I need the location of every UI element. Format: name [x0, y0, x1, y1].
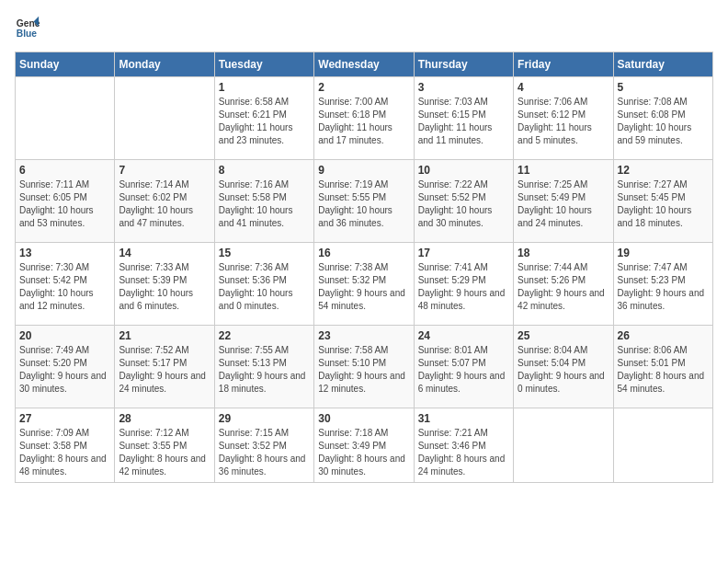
- calendar-cell: 28Sunrise: 7:12 AMSunset: 3:55 PMDayligh…: [115, 408, 214, 483]
- logo-icon: General Blue: [15, 15, 40, 40]
- day-info: Sunrise: 7:03 AMSunset: 6:15 PMDaylight:…: [418, 96, 509, 147]
- day-number: 2: [318, 81, 409, 94]
- day-info: Sunrise: 7:33 AMSunset: 5:39 PMDaylight:…: [119, 261, 210, 313]
- calendar-cell: 15Sunrise: 7:36 AMSunset: 5:36 PMDayligh…: [214, 243, 313, 326]
- calendar-week-5: 27Sunrise: 7:09 AMSunset: 3:58 PMDayligh…: [16, 408, 713, 483]
- day-info: Sunrise: 7:36 AMSunset: 5:36 PMDaylight:…: [219, 261, 310, 313]
- day-number: 25: [518, 329, 609, 342]
- day-number: 11: [518, 164, 609, 177]
- calendar-cell: 19Sunrise: 7:47 AMSunset: 5:23 PMDayligh…: [613, 243, 712, 326]
- day-number: 7: [119, 164, 210, 177]
- calendar-cell: 26Sunrise: 8:06 AMSunset: 5:01 PMDayligh…: [613, 326, 712, 408]
- day-info: Sunrise: 8:04 AMSunset: 5:04 PMDaylight:…: [518, 344, 609, 396]
- svg-text:Blue: Blue: [17, 29, 38, 39]
- column-header-sunday: Sunday: [16, 52, 115, 77]
- calendar-cell: 6Sunrise: 7:11 AMSunset: 6:05 PMDaylight…: [16, 160, 115, 243]
- calendar-week-3: 13Sunrise: 7:30 AMSunset: 5:42 PMDayligh…: [16, 243, 713, 326]
- calendar-cell: [115, 77, 214, 160]
- calendar-cell: [514, 408, 613, 483]
- calendar-cell: 31Sunrise: 7:21 AMSunset: 3:46 PMDayligh…: [414, 408, 513, 483]
- page-header: General Blue: [15, 15, 713, 40]
- calendar-cell: 10Sunrise: 7:22 AMSunset: 5:52 PMDayligh…: [414, 160, 513, 243]
- day-number: 20: [19, 329, 110, 342]
- calendar-cell: 2Sunrise: 7:00 AMSunset: 6:18 PMDaylight…: [314, 77, 414, 160]
- day-number: 13: [19, 247, 110, 259]
- day-number: 30: [318, 412, 409, 425]
- day-number: 3: [418, 81, 509, 94]
- day-info: Sunrise: 7:18 AMSunset: 3:49 PMDaylight:…: [318, 427, 409, 478]
- day-number: 16: [318, 247, 409, 259]
- calendar-cell: 9Sunrise: 7:19 AMSunset: 5:55 PMDaylight…: [314, 160, 414, 243]
- calendar-cell: 8Sunrise: 7:16 AMSunset: 5:58 PMDaylight…: [214, 160, 313, 243]
- column-header-saturday: Saturday: [613, 52, 712, 77]
- calendar-cell: 3Sunrise: 7:03 AMSunset: 6:15 PMDaylight…: [414, 77, 513, 160]
- day-info: Sunrise: 7:25 AMSunset: 5:49 PMDaylight:…: [518, 178, 609, 230]
- day-number: 17: [418, 247, 509, 259]
- calendar-week-1: 1Sunrise: 6:58 AMSunset: 6:21 PMDaylight…: [16, 77, 713, 160]
- calendar-cell: 24Sunrise: 8:01 AMSunset: 5:07 PMDayligh…: [414, 326, 513, 408]
- day-number: 12: [618, 164, 709, 177]
- calendar-cell: [613, 408, 712, 483]
- day-number: 22: [219, 329, 310, 342]
- day-info: Sunrise: 7:55 AMSunset: 5:13 PMDaylight:…: [219, 344, 310, 396]
- column-header-monday: Monday: [115, 52, 214, 77]
- day-info: Sunrise: 7:58 AMSunset: 5:10 PMDaylight:…: [318, 344, 409, 396]
- calendar-cell: 18Sunrise: 7:44 AMSunset: 5:26 PMDayligh…: [514, 243, 613, 326]
- day-number: 23: [318, 329, 409, 342]
- day-info: Sunrise: 7:21 AMSunset: 3:46 PMDaylight:…: [418, 427, 509, 478]
- day-info: Sunrise: 7:52 AMSunset: 5:17 PMDaylight:…: [119, 344, 210, 396]
- calendar-cell: 7Sunrise: 7:14 AMSunset: 6:02 PMDaylight…: [115, 160, 214, 243]
- calendar-cell: 20Sunrise: 7:49 AMSunset: 5:20 PMDayligh…: [16, 326, 115, 408]
- calendar-cell: 29Sunrise: 7:15 AMSunset: 3:52 PMDayligh…: [214, 408, 313, 483]
- day-number: 28: [119, 412, 210, 425]
- calendar-cell: 4Sunrise: 7:06 AMSunset: 6:12 PMDaylight…: [514, 77, 613, 160]
- day-info: Sunrise: 7:27 AMSunset: 5:45 PMDaylight:…: [618, 178, 709, 230]
- calendar-cell: 13Sunrise: 7:30 AMSunset: 5:42 PMDayligh…: [16, 243, 115, 326]
- day-number: 29: [219, 412, 310, 425]
- calendar-cell: 1Sunrise: 6:58 AMSunset: 6:21 PMDaylight…: [214, 77, 313, 160]
- calendar-cell: 21Sunrise: 7:52 AMSunset: 5:17 PMDayligh…: [115, 326, 214, 408]
- day-number: 19: [618, 247, 709, 259]
- calendar-header-row: SundayMondayTuesdayWednesdayThursdayFrid…: [16, 52, 713, 77]
- calendar-cell: 23Sunrise: 7:58 AMSunset: 5:10 PMDayligh…: [314, 326, 414, 408]
- day-info: Sunrise: 7:08 AMSunset: 6:08 PMDaylight:…: [618, 96, 709, 147]
- day-number: 21: [119, 329, 210, 342]
- calendar-cell: 30Sunrise: 7:18 AMSunset: 3:49 PMDayligh…: [314, 408, 414, 483]
- calendar-cell: 22Sunrise: 7:55 AMSunset: 5:13 PMDayligh…: [214, 326, 313, 408]
- day-number: 27: [19, 412, 110, 425]
- day-info: Sunrise: 7:19 AMSunset: 5:55 PMDaylight:…: [318, 178, 409, 230]
- day-number: 31: [418, 412, 509, 425]
- day-info: Sunrise: 8:01 AMSunset: 5:07 PMDaylight:…: [418, 344, 509, 396]
- column-header-wednesday: Wednesday: [314, 52, 414, 77]
- day-info: Sunrise: 6:58 AMSunset: 6:21 PMDaylight:…: [219, 96, 310, 147]
- day-number: 15: [219, 247, 310, 259]
- day-info: Sunrise: 7:16 AMSunset: 5:58 PMDaylight:…: [219, 178, 310, 230]
- day-info: Sunrise: 7:06 AMSunset: 6:12 PMDaylight:…: [518, 96, 609, 147]
- day-info: Sunrise: 7:44 AMSunset: 5:26 PMDaylight:…: [518, 261, 609, 313]
- column-header-thursday: Thursday: [414, 52, 513, 77]
- calendar-cell: 17Sunrise: 7:41 AMSunset: 5:29 PMDayligh…: [414, 243, 513, 326]
- day-number: 14: [119, 247, 210, 259]
- column-header-friday: Friday: [514, 52, 613, 77]
- calendar-cell: 16Sunrise: 7:38 AMSunset: 5:32 PMDayligh…: [314, 243, 414, 326]
- calendar-week-2: 6Sunrise: 7:11 AMSunset: 6:05 PMDaylight…: [16, 160, 713, 243]
- day-info: Sunrise: 7:12 AMSunset: 3:55 PMDaylight:…: [119, 427, 210, 478]
- day-number: 4: [518, 81, 609, 94]
- calendar-cell: 12Sunrise: 7:27 AMSunset: 5:45 PMDayligh…: [613, 160, 712, 243]
- day-number: 5: [618, 81, 709, 94]
- day-info: Sunrise: 7:14 AMSunset: 6:02 PMDaylight:…: [119, 178, 210, 230]
- calendar-cell: 25Sunrise: 8:04 AMSunset: 5:04 PMDayligh…: [514, 326, 613, 408]
- day-info: Sunrise: 8:06 AMSunset: 5:01 PMDaylight:…: [618, 344, 709, 396]
- day-number: 26: [618, 329, 709, 342]
- day-info: Sunrise: 7:30 AMSunset: 5:42 PMDaylight:…: [19, 261, 110, 313]
- day-info: Sunrise: 7:00 AMSunset: 6:18 PMDaylight:…: [318, 96, 409, 147]
- logo: General Blue: [15, 15, 40, 40]
- day-info: Sunrise: 7:15 AMSunset: 3:52 PMDaylight:…: [219, 427, 310, 478]
- day-number: 24: [418, 329, 509, 342]
- calendar-body: 1Sunrise: 6:58 AMSunset: 6:21 PMDaylight…: [16, 77, 713, 483]
- day-number: 8: [219, 164, 310, 177]
- day-number: 18: [518, 247, 609, 259]
- calendar-cell: 27Sunrise: 7:09 AMSunset: 3:58 PMDayligh…: [16, 408, 115, 483]
- day-info: Sunrise: 7:11 AMSunset: 6:05 PMDaylight:…: [19, 178, 110, 230]
- day-number: 9: [318, 164, 409, 177]
